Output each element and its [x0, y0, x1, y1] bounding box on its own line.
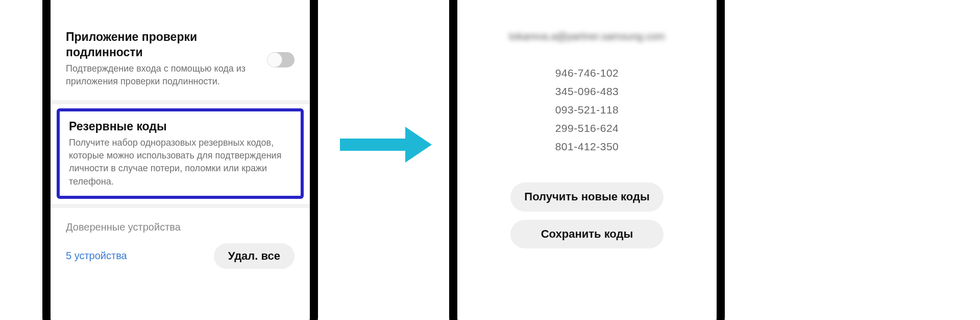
phone-mockup-right: tokareva.a@partner.samsung.com 946-746-1… — [449, 0, 725, 320]
divider — [51, 100, 310, 104]
save-codes-button[interactable]: Сохранить коды — [510, 220, 664, 249]
delete-all-button[interactable]: Удал. все — [214, 243, 295, 269]
backup-code: 946-746-102 — [555, 67, 619, 79]
get-new-codes-button[interactable]: Получить новые коды — [510, 182, 664, 212]
account-email: tokareva.a@partner.samsung.com — [509, 31, 665, 42]
backup-code: 299-516-624 — [555, 122, 619, 134]
auth-app-desc: Подтверждение входа с помощью кода из пр… — [66, 62, 258, 88]
toggle-knob — [267, 52, 282, 67]
backup-codes-desc: Получите набор одноразовых резервных код… — [69, 136, 291, 188]
backup-codes-title: Резервные коды — [69, 119, 291, 134]
trusted-devices-header: Доверенные устройства — [51, 210, 310, 238]
settings-screen: Приложение проверки подлинности Подтверж… — [51, 0, 310, 320]
backup-codes-item[interactable]: Резервные коды Получите набор одноразовы… — [57, 108, 304, 199]
backup-code: 345-096-483 — [555, 85, 619, 98]
svg-rect-0 — [340, 139, 406, 151]
auth-app-title: Приложение проверки подлинности — [66, 30, 258, 60]
auth-app-item[interactable]: Приложение проверки подлинности Подтверж… — [51, 24, 310, 98]
devices-row: 5 устройства Удал. все — [51, 238, 310, 269]
arrow-icon — [340, 127, 432, 163]
auth-app-toggle[interactable] — [268, 52, 295, 67]
backup-codes-screen: tokareva.a@partner.samsung.com 946-746-1… — [457, 0, 717, 320]
backup-code: 801-412-350 — [555, 141, 619, 153]
backup-codes-list: 946-746-102 345-096-483 093-521-118 299-… — [555, 67, 619, 153]
divider — [51, 204, 310, 208]
devices-count-link[interactable]: 5 устройства — [66, 250, 127, 262]
svg-marker-1 — [405, 127, 432, 163]
backup-code: 093-521-118 — [555, 104, 619, 116]
phone-mockup-left: Приложение проверки подлинности Подтверж… — [42, 0, 318, 320]
